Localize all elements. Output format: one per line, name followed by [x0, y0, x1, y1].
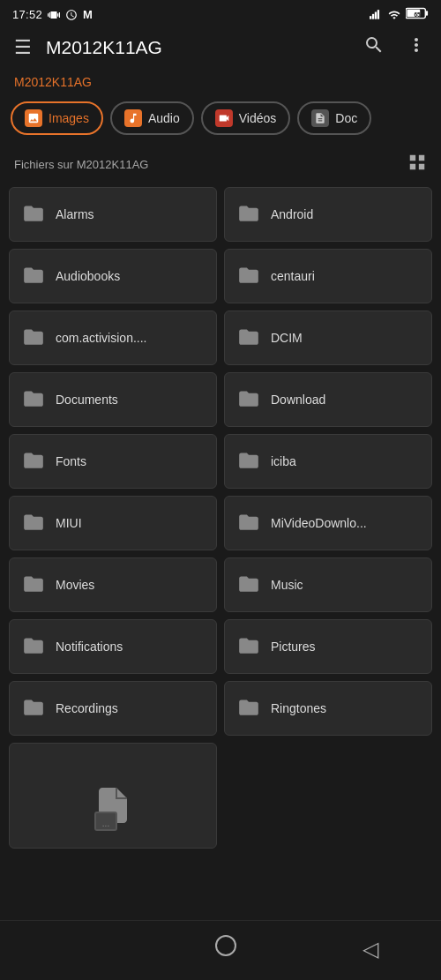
more-options-button[interactable]: [400, 31, 432, 64]
vibrate-icon: [48, 9, 60, 21]
bottom-nav: ◁: [0, 920, 441, 980]
videos-tab-icon: [215, 109, 233, 127]
list-item[interactable]: Notifications: [9, 619, 217, 674]
breadcrumb[interactable]: M2012K11AG: [0, 70, 441, 98]
list-item[interactable]: iciba: [224, 434, 432, 489]
folder-name: DCIM: [271, 331, 303, 345]
status-icons: 65: [369, 7, 429, 22]
signal-icon: [369, 9, 383, 21]
folder-icon: [22, 634, 45, 659]
bottom-spacer: [0, 857, 441, 919]
folder-name: Pictures: [271, 640, 316, 654]
battery-icon: 65: [406, 7, 429, 19]
status-bar: 17:52 M 65: [0, 0, 441, 26]
folder-icon: [22, 696, 45, 721]
svg-text:65: 65: [414, 11, 421, 18]
list-item[interactable]: Music: [224, 557, 432, 612]
alarm-icon: [65, 9, 78, 21]
svg-rect-2: [375, 11, 377, 19]
file-grid: Alarms Android Audiobooks centauri com.a…: [0, 187, 441, 857]
list-item[interactable]: Documents: [9, 372, 217, 427]
tab-videos[interactable]: Vidéos: [201, 101, 291, 135]
docs-tab-icon: [311, 109, 329, 127]
audio-tab-icon: [124, 109, 142, 127]
folder-name: Alarms: [56, 207, 94, 221]
svg-rect-5: [426, 11, 428, 16]
tab-audio-label: Audio: [148, 111, 180, 125]
folder-name: iciba: [271, 454, 296, 468]
section-header: Fichiers sur M2012K11AG: [0, 146, 441, 187]
list-item[interactable]: Ringtones: [224, 681, 432, 736]
folder-name: MIUI: [56, 516, 82, 530]
folder-name: Ringtones: [271, 701, 326, 715]
folder-name: Download: [271, 393, 325, 407]
folder-icon: [22, 511, 45, 535]
filter-tabs: Images Audio Vidéos Doc: [0, 98, 441, 146]
folder-name: Movies: [56, 578, 94, 592]
folder-icon: [22, 325, 45, 350]
folder-icon: [237, 325, 260, 350]
list-item[interactable]: Download: [224, 372, 432, 427]
svg-text:...: ...: [102, 819, 109, 828]
m-icon: M: [83, 8, 93, 21]
top-bar: ☰ M2012K11AG: [0, 26, 441, 70]
folder-icon: [22, 202, 45, 227]
list-item[interactable]: Alarms: [9, 187, 217, 242]
tab-docs-label: Doc: [335, 111, 357, 125]
view-toggle-button[interactable]: [407, 153, 427, 176]
folder-icon: [237, 449, 260, 474]
folder-name: Audiobooks: [56, 269, 120, 283]
app-title: M2012K11AG: [46, 37, 348, 58]
folder-icon: [22, 449, 45, 474]
tab-docs[interactable]: Doc: [297, 101, 371, 135]
tab-videos-label: Vidéos: [239, 111, 277, 125]
svg-rect-0: [370, 16, 371, 19]
section-label: Fichiers sur M2012K11AG: [14, 158, 148, 171]
folder-icon: [237, 696, 260, 721]
list-item[interactable]: DCIM: [224, 310, 432, 365]
svg-rect-3: [377, 10, 379, 19]
wifi-icon: [387, 9, 401, 21]
tab-images[interactable]: Images: [11, 101, 103, 135]
menu-button[interactable]: ☰: [11, 33, 35, 63]
folder-name: centauri: [271, 269, 315, 283]
list-item[interactable]: Movies: [9, 557, 217, 612]
folder-icon: [237, 202, 260, 227]
folder-icon: [22, 387, 45, 412]
folder-icon: [22, 572, 45, 597]
list-item[interactable]: Fonts: [9, 434, 217, 489]
folder-name: Documents: [56, 393, 118, 407]
list-item-special[interactable]: ...: [9, 743, 217, 849]
folder-icon: [237, 572, 260, 597]
images-tab-icon: [25, 109, 42, 127]
folder-icon: [237, 634, 260, 659]
list-item[interactable]: Pictures: [224, 619, 432, 674]
svg-point-10: [216, 936, 235, 955]
list-item[interactable]: Android: [224, 187, 432, 242]
list-item[interactable]: Audiobooks: [9, 249, 217, 303]
search-button[interactable]: [358, 31, 390, 64]
folder-name: Music: [271, 578, 303, 592]
folder-icon: [237, 511, 260, 535]
folder-name: MiVideoDownlo...: [271, 516, 367, 530]
list-item[interactable]: Recordings: [9, 681, 217, 736]
file-large-icon: ...: [91, 784, 135, 834]
battery-display: 65: [406, 7, 429, 22]
tab-images-label: Images: [49, 111, 89, 125]
back-button[interactable]: ◁: [363, 937, 378, 961]
folder-name: Recordings: [56, 701, 118, 715]
list-item[interactable]: MiVideoDownlo...: [224, 496, 432, 550]
folder-name: Notifications: [56, 640, 123, 654]
folder-icon: [237, 387, 260, 412]
list-item[interactable]: com.activision....: [9, 310, 217, 365]
home-circle-icon: [213, 933, 238, 958]
folder-name: Fonts: [56, 454, 86, 468]
home-button[interactable]: [213, 933, 238, 964]
document-icon: ...: [91, 784, 135, 834]
time-display: 17:52: [12, 8, 42, 21]
list-item[interactable]: MIUI: [9, 496, 217, 550]
folder-name: Android: [271, 207, 313, 221]
tab-audio[interactable]: Audio: [110, 101, 194, 135]
folder-icon: [22, 264, 45, 288]
list-item[interactable]: centauri: [224, 249, 432, 303]
